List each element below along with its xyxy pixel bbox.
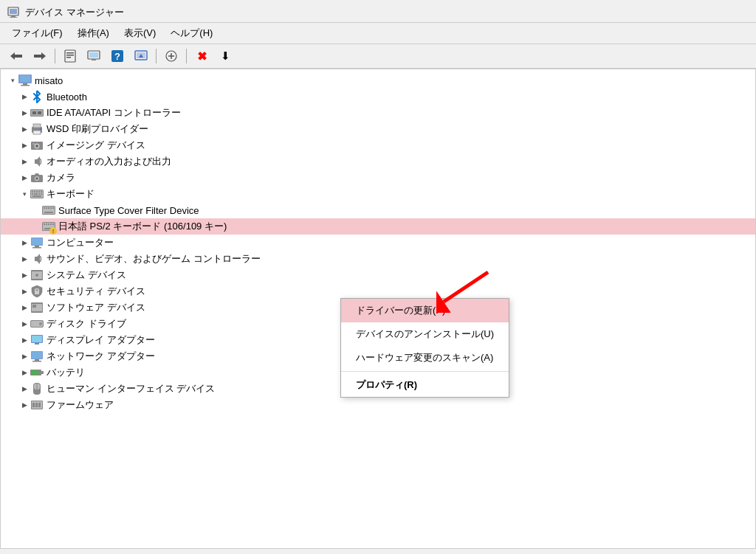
svg-rect-30 [38, 111, 41, 114]
tree-item-sound[interactable]: ▶ サウンド、ビデオ、およびゲーム コントローラー [1, 251, 755, 267]
expand-ide[interactable]: ▶ [18, 107, 30, 119]
svg-rect-3 [10, 17, 17, 18]
system-label: システム デバイス [47, 269, 126, 282]
svg-rect-14 [92, 59, 96, 60]
expand-bluetooth[interactable]: ▶ [18, 91, 30, 103]
battery-icon [30, 366, 44, 379]
expand-network[interactable]: ▶ [18, 350, 30, 362]
svg-rect-26 [21, 85, 30, 86]
svg-rect-71 [32, 238, 42, 245]
sound-icon [30, 252, 44, 266]
svg-rect-94 [31, 370, 38, 375]
svg-rect-1 [10, 9, 17, 14]
camera-label: カメラ [47, 171, 75, 184]
surface-keyboard-icon [42, 204, 55, 217]
tree-item-system[interactable]: ▶ システム デバイス [1, 267, 755, 283]
tree-item-audio[interactable]: ▶ オーディオの入力および出力 [1, 153, 755, 170]
context-menu-separator [341, 371, 509, 372]
expand-battery[interactable]: ▶ [18, 367, 30, 378]
expand-misato[interactable]: ▾ [7, 75, 18, 86]
context-menu-scan-hardware[interactable]: ハードウェア変更のスキャン(A) [341, 346, 509, 370]
tree-item-ide[interactable]: ▶ IDE ATA/ATAPI コントローラー [1, 105, 755, 121]
tree-item-jp-keyboard[interactable]: ▶ ! 日本語 PS/2 キーボード (106/109 キー) [1, 218, 755, 235]
context-menu-update-driver[interactable]: ドライバーの更新(P) [341, 299, 509, 322]
expand-camera[interactable]: ▶ [18, 172, 30, 184]
download-button[interactable]: ⬇ [215, 47, 236, 65]
svg-rect-47 [38, 191, 40, 193]
svg-rect-53 [32, 195, 41, 197]
expand-display[interactable]: ▶ [18, 334, 30, 346]
hid-label: ヒューマン インターフェイス デバイス [47, 382, 215, 395]
expand-computer[interactable]: ▶ [18, 237, 30, 249]
update-driver-button[interactable] [83, 47, 104, 65]
toolbar: ? ✖ ⬇ [0, 44, 756, 69]
tree-item-surface-keyboard[interactable]: ▶ Surface Type Cover Filter Device [1, 202, 755, 218]
menu-file[interactable]: ファイル(F) [6, 24, 69, 42]
system-icon [30, 269, 44, 282]
tree-item-firmware[interactable]: ▶ ファームウェア [1, 397, 755, 413]
expand-disk[interactable]: ▶ [18, 318, 30, 330]
tree-root-misato[interactable]: ▾ misato [1, 72, 755, 89]
tree-item-camera[interactable]: ▶ カメラ [1, 170, 755, 186]
expand-firmware[interactable]: ▶ [18, 399, 30, 411]
display-label: ディスプレイ アダプター [47, 333, 155, 347]
menu-help[interactable]: ヘルプ(H) [165, 24, 219, 42]
scan-hardware-button[interactable] [131, 47, 151, 65]
svg-rect-87 [32, 336, 42, 342]
expand-keyboard[interactable]: ▾ [18, 188, 30, 200]
toolbar-sep-3 [186, 49, 187, 63]
svg-rect-44 [32, 191, 33, 193]
svg-rect-95 [41, 371, 44, 374]
svg-rect-29 [32, 111, 36, 114]
svg-rect-13 [89, 52, 98, 58]
help-button[interactable]: ? [107, 47, 128, 65]
svg-rect-45 [34, 191, 35, 193]
expand-system[interactable]: ▶ [18, 269, 30, 281]
svg-rect-61 [44, 212, 53, 213]
security-label: セキュリティ デバイス [47, 285, 145, 298]
add-driver-button[interactable] [161, 47, 182, 65]
svg-rect-2 [11, 15, 16, 17]
forward-button[interactable] [30, 47, 50, 65]
expand-hid[interactable]: ▶ [18, 383, 30, 395]
svg-rect-88 [35, 343, 39, 344]
camera-icon [30, 171, 44, 184]
expand-software[interactable]: ▶ [18, 302, 30, 314]
tree-item-computer[interactable]: ▶ コンピューター [1, 235, 755, 251]
context-menu-uninstall-device[interactable]: デバイスのアンインストール(U) [341, 322, 509, 346]
svg-point-37 [35, 145, 38, 148]
imaging-icon [30, 139, 44, 152]
back-button[interactable] [6, 47, 27, 65]
tree-item-keyboard[interactable]: ▾ キーボード [1, 186, 755, 202]
tree-item-imaging[interactable]: ▶ イメージング デバイス [1, 137, 755, 153]
network-label: ネットワーク アダプター [47, 350, 155, 363]
expand-wsd[interactable]: ▶ [18, 123, 30, 135]
svg-rect-38 [32, 143, 35, 145]
display-icon [30, 333, 44, 347]
device-manager-tree-panel: ▾ misato ▶ Bluetooth ▶ IDE ATA/ATAPI コント… [0, 69, 756, 549]
menu-view[interactable]: 表示(V) [118, 24, 162, 42]
svg-rect-50 [34, 193, 38, 195]
expand-audio[interactable]: ▶ [18, 156, 30, 167]
tree-item-wsd[interactable]: ▶ WSD 印刷プロバイダー [1, 121, 755, 137]
menu-action[interactable]: 操作(A) [72, 24, 115, 42]
svg-rect-59 [50, 207, 52, 209]
svg-rect-91 [35, 359, 39, 361]
expand-security[interactable]: ▶ [18, 285, 30, 297]
uninstall-button[interactable]: ✖ [191, 47, 212, 65]
tree-item-security[interactable]: ▶ セキュリティ デバイス [1, 283, 755, 299]
svg-point-76 [35, 274, 38, 277]
imaging-label: イメージング デバイス [47, 139, 145, 152]
svg-rect-92 [32, 361, 41, 362]
menu-bar: ファイル(F) 操作(A) 表示(V) ヘルプ(H) [0, 23, 756, 44]
toolbar-sep-2 [156, 49, 157, 63]
svg-rect-90 [32, 352, 42, 359]
context-menu: ドライバーの更新(P) デバイスのアンインストール(U) ハードウェア変更のスキ… [340, 298, 509, 398]
svg-rect-56 [44, 207, 45, 209]
tree-item-bluetooth[interactable]: ▶ Bluetooth [1, 89, 755, 105]
context-menu-properties[interactable]: プロパティ(R) [341, 373, 509, 397]
expand-imaging[interactable]: ▶ [18, 139, 30, 151]
svg-rect-73 [32, 247, 41, 249]
expand-sound[interactable]: ▶ [18, 253, 30, 265]
properties-button[interactable] [60, 47, 80, 65]
